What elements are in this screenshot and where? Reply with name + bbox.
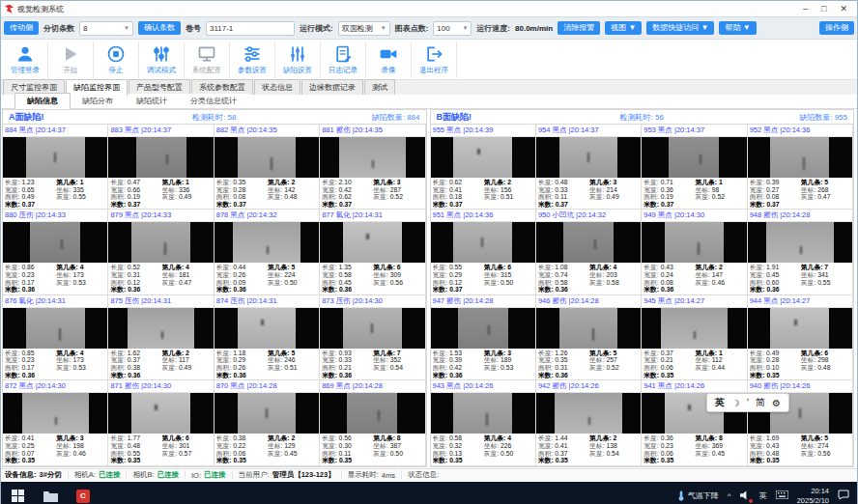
taskbar-file-explorer-button[interactable] — [34, 482, 67, 504]
admin-login-button[interactable]: 管理登录 — [3, 42, 48, 78]
defect-cell[interactable]: 873 压伤 |20:14:30 长度: 0.93 宽度: 0.33 面积: 0… — [320, 295, 425, 380]
help-menu-button[interactable]: 帮助 ▼ — [719, 21, 756, 35]
volume-icon[interactable] — [740, 490, 751, 502]
defect-cell[interactable]: 944 黑点 |20:14:27 长度: 0.49 宽度: 0.28 面积: 0… — [748, 295, 853, 380]
defect-settings-button[interactable]: 缺陷设置 — [275, 42, 321, 78]
defect-image[interactable] — [536, 137, 641, 178]
weather-tray-item[interactable]: 气温下降 — [677, 490, 719, 501]
defect-cell[interactable]: 883 黑点 |20:14:37 长度: 0.47 宽度: 0.66 面积: 0… — [108, 125, 214, 210]
defect-cell[interactable]: 953 黑点 |20:14:37 长度: 0.71 宽度: 0.36 面积: 0… — [642, 125, 747, 210]
subtab-defect-statistics[interactable]: 缺陷统计 — [125, 94, 179, 108]
debug-mode-button[interactable]: 调试模式 — [139, 42, 185, 78]
defect-cell[interactable]: 876 氧化 |20:14:31 长度: 0.85 宽度: 0.23 面积: 0… — [3, 295, 108, 380]
video-record-button[interactable]: 录像 — [366, 42, 412, 78]
defect-image[interactable] — [536, 393, 641, 434]
taskbar-clock[interactable]: 20:14 2025/2/10 — [797, 487, 829, 504]
operator-side-button[interactable]: 操作侧 — [819, 21, 854, 35]
stop-button[interactable]: 停止 — [94, 42, 139, 78]
defect-image[interactable] — [214, 137, 319, 178]
defect-cell[interactable]: 875 压伤 |20:14:31 长度: 1.62 宽度: 0.37 面积: 0… — [108, 295, 214, 380]
ime-punctuation-icon[interactable]: ’ — [747, 398, 749, 408]
data-quick-access-menu-button[interactable]: 数据快捷访问 ▼ — [646, 21, 714, 35]
defect-image[interactable] — [3, 137, 107, 178]
defect-image[interactable] — [214, 308, 319, 349]
defect-cell[interactable]: 879 黑点 |20:14:33 长度: 0.52 宽度: 0.31 面积: 0… — [108, 210, 214, 294]
defect-image[interactable] — [320, 222, 424, 263]
subtab-defect-info[interactable]: 缺陷信息 — [14, 93, 71, 109]
defect-cell[interactable]: 948 擦伤 |20:14:28 长度: 1.91 宽度: 0.45 面积: 0… — [748, 210, 853, 294]
defect-image[interactable] — [536, 222, 641, 263]
defect-image[interactable] — [748, 222, 852, 263]
notification-center-icon[interactable] — [838, 490, 849, 502]
defect-cell[interactable]: 871 擦伤 |20:14:30 长度: 1.77 宽度: 0.48 面积: 0… — [108, 380, 214, 465]
tab-status-info[interactable]: 状态信息 — [254, 79, 300, 95]
ime-halfwidth-icon[interactable]: ☽ — [731, 398, 740, 408]
defect-cell[interactable]: 880 压伤 |20:14:33 长度: 0.86 宽度: 0.23 面积: 0… — [3, 210, 108, 294]
defect-image[interactable] — [748, 308, 852, 349]
defect-cell[interactable]: 942 擦伤 |20:14:26 长度: 1.44 宽度: 0.41 面积: 0… — [536, 380, 642, 465]
defect-cell[interactable]: 946 擦伤 |20:14:28 长度: 1.26 宽度: 0.35 面积: 0… — [536, 295, 642, 380]
defect-image[interactable] — [3, 393, 107, 434]
defect-cell[interactable]: 870 黑点 |20:14:28 长度: 0.38 宽度: 0.22 面积: 0… — [214, 380, 320, 465]
defect-image[interactable] — [431, 393, 535, 434]
defect-cell[interactable]: 950 小凹坑 |20:14:32 长度: 1.08 宽度: 0.74 面积: … — [536, 210, 642, 294]
defect-cell[interactable]: 945 黑点 |20:14:27 长度: 0.37 宽度: 0.21 面积: 0… — [642, 295, 747, 380]
run-mode-select[interactable]: 双面检测▼ — [338, 21, 390, 36]
defect-image[interactable] — [3, 308, 107, 349]
defect-cell[interactable]: 882 黑点 |20:14:35 长度: 0.35 宽度: 0.28 面积: 0… — [214, 125, 320, 210]
defect-image[interactable] — [536, 308, 641, 349]
defect-image[interactable] — [108, 137, 213, 178]
defect-image[interactable] — [214, 393, 319, 434]
defect-cell[interactable]: 955 黑点 |20:14:39 长度: 0.62 宽度: 0.41 面积: 0… — [431, 125, 536, 210]
defect-image[interactable] — [320, 137, 424, 178]
system-config-button[interactable]: 系统配置 — [185, 42, 230, 78]
exit-program-button[interactable]: 退出程序 — [412, 42, 457, 78]
ime-lang-mode[interactable]: 英 — [715, 396, 725, 409]
touch-keyboard-icon[interactable] — [776, 490, 788, 501]
parameter-settings-button[interactable]: 参数设置 — [230, 42, 275, 78]
tab-test[interactable]: 测试 — [364, 79, 395, 95]
ime-settings-gear-icon[interactable]: ⚙ — [772, 398, 781, 408]
chart-points-select[interactable]: 100▼ — [433, 21, 472, 36]
tab-edge-data-record[interactable]: 边缘数据记录 — [301, 79, 363, 95]
defect-cell[interactable]: 878 黑点 |20:14:32 长度: 0.44 宽度: 0.26 面积: 0… — [214, 210, 320, 294]
defect-cell[interactable]: 874 压伤 |20:14:31 长度: 1.18 宽度: 0.29 面积: 0… — [214, 295, 320, 380]
ime-tray-indicator[interactable]: 英 — [759, 490, 767, 501]
defect-image[interactable] — [431, 308, 535, 349]
defect-cell[interactable]: 877 氧化 |20:14:31 长度: 1.35 宽度: 0.58 面积: 0… — [320, 210, 425, 294]
ime-language-bar[interactable]: 英 ☽ ’ 简 ⚙ — [706, 393, 789, 412]
defect-image[interactable] — [3, 222, 107, 263]
confirm-count-button[interactable]: 确认条数 — [138, 21, 181, 35]
defect-cell[interactable]: 949 黑点 |20:14:30 长度: 0.43 宽度: 0.24 面积: 0… — [642, 210, 747, 294]
defect-cell[interactable]: 952 黑点 |20:14:36 长度: 0.39 宽度: 0.27 面积: 0… — [748, 125, 853, 210]
tab-system-param-config[interactable]: 系统参数配置 — [191, 79, 253, 95]
defect-cell[interactable]: 943 黑点 |20:14:26 长度: 0.58 宽度: 0.32 面积: 0… — [431, 380, 536, 465]
defect-image[interactable] — [431, 222, 535, 263]
defect-cell[interactable]: 872 黑点 |20:14:30 长度: 0.41 宽度: 0.25 面积: 0… — [3, 380, 108, 465]
minimize-button[interactable]: – — [803, 4, 808, 14]
defect-cell[interactable]: 869 黑点 |20:14:28 长度: 0.56 宽度: 0.30 面积: 0… — [320, 380, 425, 465]
log-record-button[interactable]: 日志记录 — [321, 42, 366, 78]
clear-alarm-button[interactable]: 清除报警 — [558, 21, 600, 35]
defect-image[interactable] — [320, 393, 424, 434]
tab-product-model-config[interactable]: 产品型号配置 — [129, 79, 190, 95]
defect-cell[interactable]: 881 擦伤 |20:14:35 长度: 2.10 宽度: 0.42 面积: 0… — [320, 125, 425, 210]
defect-image[interactable] — [108, 222, 213, 263]
subtab-class-info-statistics[interactable]: 分类信息统计 — [179, 94, 248, 108]
roll-number-input[interactable]: 3117-1 — [206, 21, 295, 36]
ime-simplified-mode[interactable]: 简 — [756, 396, 765, 409]
defect-image[interactable] — [642, 222, 746, 263]
subtab-defect-distribution[interactable]: 缺陷分布 — [71, 94, 125, 108]
drive-side-button[interactable]: 传动侧 — [4, 21, 39, 35]
defect-image[interactable] — [748, 137, 852, 178]
defect-image[interactable] — [642, 308, 746, 349]
view-menu-button[interactable]: 视图 ▼ — [605, 21, 642, 35]
tray-expand-chevron[interactable]: ^ — [728, 491, 731, 500]
defect-cell[interactable]: 951 黑点 |20:14:36 长度: 0.55 宽度: 0.29 面积: 0… — [431, 210, 536, 294]
defect-image[interactable] — [108, 393, 213, 434]
defect-image[interactable] — [642, 137, 746, 178]
defect-cell[interactable]: 947 擦伤 |20:14:28 长度: 1.53 宽度: 0.39 面积: 0… — [431, 295, 536, 380]
defect-cell[interactable]: 954 黑点 |20:14:37 长度: 0.48 宽度: 0.33 面积: 0… — [536, 125, 642, 210]
tab-defect-monitor[interactable]: 缺陷监控界面 — [66, 79, 128, 96]
close-button[interactable]: ✕ — [840, 4, 847, 14]
